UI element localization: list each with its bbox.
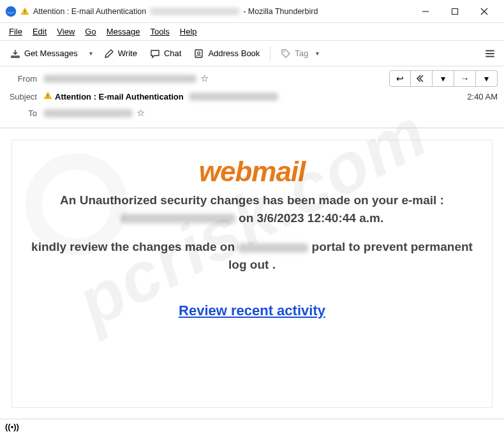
redacted-text <box>150 8 239 15</box>
pencil-icon <box>104 49 114 59</box>
from-row: From ☆ ↩ ▾ → ▾ <box>6 70 498 87</box>
close-button[interactable] <box>470 1 499 22</box>
from-label: From <box>6 74 43 84</box>
message-header: From ☆ ↩ ▾ → ▾ Subject Attention : E-mai… <box>0 66 504 128</box>
svg-rect-13 <box>47 94 48 96</box>
svg-point-8 <box>198 52 200 54</box>
redacted-domain <box>238 243 308 253</box>
menu-view[interactable]: View <box>53 26 78 38</box>
menu-bar: File Edit View Go Message Tools Help <box>0 23 504 41</box>
toolbar-separator <box>270 47 271 61</box>
to-label: To <box>6 108 43 118</box>
window-title-suffix: - Mozilla Thunderbird <box>243 7 318 16</box>
chat-button[interactable]: Chat <box>145 46 186 61</box>
warning-icon <box>43 91 52 102</box>
subject-row: Subject Attention : E-mail Authenticatio… <box>6 88 498 105</box>
svg-rect-14 <box>47 97 48 98</box>
subject-label: Subject <box>6 92 43 101</box>
maximize-button[interactable] <box>440 1 470 22</box>
to-value-redacted <box>43 109 133 117</box>
reply-button[interactable]: ↩ <box>389 70 411 87</box>
svg-rect-7 <box>195 50 202 57</box>
main-toolbar: Get Messages ▾ Write Chat Address Book T… <box>0 41 504 66</box>
tag-label: Tag <box>295 49 308 58</box>
reply-all-button[interactable] <box>411 70 433 87</box>
message-body: webmail An Unauthorized security changes… <box>0 128 504 433</box>
from-value-redacted <box>43 75 196 83</box>
subject-redacted <box>189 93 278 101</box>
email-content-card: webmail An Unauthorized security changes… <box>11 140 493 408</box>
review-activity-link[interactable]: Review recent activity <box>179 303 325 319</box>
menu-help[interactable]: Help <box>176 26 201 38</box>
status-bar: ((•)) <box>0 419 504 434</box>
forward-dropdown[interactable]: ▾ <box>476 70 498 87</box>
address-book-label: Address Book <box>208 49 260 58</box>
warning-icon <box>20 7 29 16</box>
redacted-email <box>121 214 235 223</box>
chat-icon <box>150 49 160 59</box>
header-action-buttons: ↩ ▾ → ▾ <box>389 70 498 87</box>
app-menu-button[interactable] <box>481 45 499 63</box>
address-book-icon <box>194 49 204 59</box>
window-title-prefix: Attention : E-mail Authentication <box>33 7 146 16</box>
chat-label: Chat <box>164 49 181 58</box>
to-row: To ☆ <box>6 105 498 121</box>
tag-button[interactable]: Tag ▾ <box>276 46 328 61</box>
address-book-button[interactable]: Address Book <box>189 46 265 61</box>
tag-icon <box>281 49 291 59</box>
window-titlebar: Attention : E-mail Authentication - Mozi… <box>0 0 504 23</box>
svg-rect-2 <box>24 13 25 13</box>
star-icon[interactable]: ☆ <box>200 73 209 84</box>
forward-button[interactable]: → <box>454 70 476 87</box>
write-label: Write <box>118 49 137 58</box>
thunderbird-icon <box>5 6 17 17</box>
menu-message[interactable]: Message <box>103 26 144 38</box>
menu-go[interactable]: Go <box>81 26 100 38</box>
body-line-1: An Unauthorized security changes has bee… <box>30 191 474 227</box>
star-icon[interactable]: ☆ <box>137 107 145 119</box>
minimize-button[interactable] <box>411 1 440 22</box>
svg-rect-4 <box>452 8 458 14</box>
subject-text: Attention : E-mail Authentication <box>55 92 184 101</box>
webmail-logo: webmail <box>30 156 474 188</box>
get-messages-label: Get Messages <box>24 49 78 58</box>
svg-point-9 <box>283 51 285 52</box>
svg-point-0 <box>6 6 17 17</box>
write-button[interactable]: Write <box>99 46 142 61</box>
message-time: 2:40 AM <box>467 92 498 101</box>
get-messages-dropdown[interactable]: ▾ <box>85 50 96 57</box>
chevron-down-icon: ▾ <box>312 50 323 57</box>
menu-edit[interactable]: Edit <box>29 26 50 38</box>
reply-dropdown[interactable]: ▾ <box>433 70 454 87</box>
body-line-2: kindly review the changes made on portal… <box>30 238 474 273</box>
connection-status-icon[interactable]: ((•)) <box>5 422 19 431</box>
svg-rect-1 <box>24 10 25 12</box>
menu-tools[interactable]: Tools <box>146 26 173 38</box>
get-messages-button[interactable]: Get Messages <box>5 46 83 61</box>
menu-file[interactable]: File <box>5 26 26 38</box>
download-icon <box>10 49 20 59</box>
